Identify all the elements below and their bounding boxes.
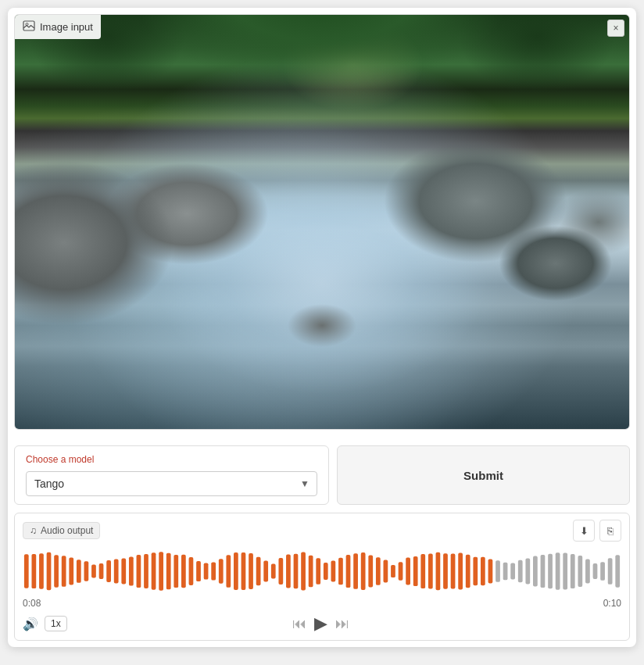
audio-note-icon: ♫ xyxy=(30,525,37,536)
audio-label-text: Audio output xyxy=(41,525,93,536)
svg-rect-8 xyxy=(69,558,73,585)
svg-rect-53 xyxy=(406,558,410,585)
svg-rect-23 xyxy=(181,555,186,588)
time-end: 0:10 xyxy=(603,598,621,609)
svg-rect-31 xyxy=(242,552,246,590)
play-button[interactable]: ▶ xyxy=(314,613,327,634)
playback-left: 🔊 1x xyxy=(23,616,67,631)
audio-actions: ⬇ ⎘ xyxy=(573,520,621,542)
controls-row: Choose a model Tango Whisper Bark ▼ Subm… xyxy=(14,445,630,505)
svg-rect-67 xyxy=(510,563,515,580)
svg-rect-63 xyxy=(481,557,485,586)
svg-rect-22 xyxy=(174,555,178,588)
svg-rect-57 xyxy=(436,552,441,590)
svg-rect-42 xyxy=(324,563,328,580)
bottom-section: Choose a model Tango Whisper Bark ▼ Subm… xyxy=(8,436,636,647)
svg-rect-71 xyxy=(541,555,546,588)
svg-rect-65 xyxy=(496,560,500,582)
svg-rect-37 xyxy=(286,555,291,588)
svg-rect-20 xyxy=(159,552,163,591)
svg-rect-49 xyxy=(376,557,381,585)
play-icon: ▶ xyxy=(314,613,327,634)
svg-rect-0 xyxy=(23,21,34,30)
svg-rect-61 xyxy=(466,555,470,588)
svg-rect-36 xyxy=(278,558,283,585)
svg-rect-69 xyxy=(525,559,530,585)
svg-rect-24 xyxy=(189,557,194,585)
svg-rect-45 xyxy=(346,555,351,588)
svg-rect-54 xyxy=(413,556,418,586)
submit-box[interactable]: Submit xyxy=(337,445,630,505)
svg-rect-52 xyxy=(399,562,403,580)
svg-rect-80 xyxy=(608,558,613,585)
svg-rect-3 xyxy=(31,554,36,588)
river-image xyxy=(15,15,629,429)
svg-rect-2 xyxy=(24,554,29,588)
svg-rect-15 xyxy=(121,559,126,585)
svg-rect-58 xyxy=(443,553,448,589)
download-button[interactable]: ⬇ xyxy=(573,520,595,542)
svg-rect-9 xyxy=(77,560,81,583)
volume-icon: 🔊 xyxy=(23,617,38,631)
svg-rect-30 xyxy=(234,552,238,590)
audio-header: ♫ Audio output ⬇ ⎘ xyxy=(23,520,621,542)
svg-rect-28 xyxy=(219,559,224,583)
svg-rect-35 xyxy=(271,564,276,579)
svg-rect-26 xyxy=(204,563,209,579)
svg-rect-6 xyxy=(54,555,59,588)
svg-rect-55 xyxy=(420,554,425,588)
svg-rect-78 xyxy=(593,563,598,579)
svg-rect-27 xyxy=(211,562,216,580)
time-start: 0:08 xyxy=(23,598,41,609)
svg-rect-72 xyxy=(548,554,553,588)
svg-rect-76 xyxy=(578,556,582,587)
close-button[interactable]: × xyxy=(607,20,624,37)
svg-point-1 xyxy=(26,23,28,26)
model-select[interactable]: Tango Whisper Bark xyxy=(26,471,317,496)
svg-rect-16 xyxy=(129,556,134,585)
image-input-panel: Image input × xyxy=(14,14,630,430)
svg-rect-38 xyxy=(294,554,299,588)
svg-rect-68 xyxy=(518,560,523,582)
svg-rect-74 xyxy=(563,552,567,589)
svg-rect-75 xyxy=(571,554,575,588)
svg-rect-25 xyxy=(196,561,201,581)
svg-rect-17 xyxy=(137,555,141,588)
svg-rect-77 xyxy=(585,560,590,584)
svg-rect-4 xyxy=(39,553,44,588)
svg-rect-56 xyxy=(428,554,433,589)
forward-button[interactable]: ⏭ xyxy=(335,616,349,632)
svg-rect-46 xyxy=(353,553,358,589)
svg-rect-5 xyxy=(47,552,52,591)
svg-rect-70 xyxy=(533,556,538,587)
svg-rect-40 xyxy=(309,556,313,588)
waveform-container[interactable] xyxy=(23,548,621,595)
svg-rect-73 xyxy=(556,552,560,589)
share-button[interactable]: ⎘ xyxy=(599,520,621,542)
svg-rect-51 xyxy=(391,565,395,577)
waveform-svg xyxy=(23,548,621,595)
svg-rect-43 xyxy=(331,561,335,582)
model-select-wrapper: Tango Whisper Bark ▼ xyxy=(26,471,317,496)
svg-rect-50 xyxy=(384,560,388,583)
svg-rect-44 xyxy=(338,558,343,585)
volume-button[interactable]: 🔊 xyxy=(23,617,38,631)
svg-rect-32 xyxy=(249,553,253,589)
model-selector-box: Choose a model Tango Whisper Bark ▼ xyxy=(14,445,329,505)
svg-rect-10 xyxy=(84,561,89,581)
image-icon xyxy=(23,20,35,34)
svg-rect-34 xyxy=(263,561,268,582)
svg-rect-11 xyxy=(91,564,96,577)
svg-rect-14 xyxy=(114,560,119,584)
svg-rect-13 xyxy=(106,560,111,582)
svg-rect-12 xyxy=(99,563,104,579)
svg-rect-18 xyxy=(144,554,148,588)
speed-button[interactable]: 1x xyxy=(45,616,67,631)
rewind-button[interactable]: ⏮ xyxy=(292,616,306,632)
submit-label: Submit xyxy=(463,469,503,482)
image-input-header: Image input xyxy=(15,15,101,39)
svg-rect-19 xyxy=(152,552,156,589)
svg-rect-60 xyxy=(458,552,463,589)
svg-rect-81 xyxy=(615,555,620,588)
svg-rect-62 xyxy=(473,557,478,585)
